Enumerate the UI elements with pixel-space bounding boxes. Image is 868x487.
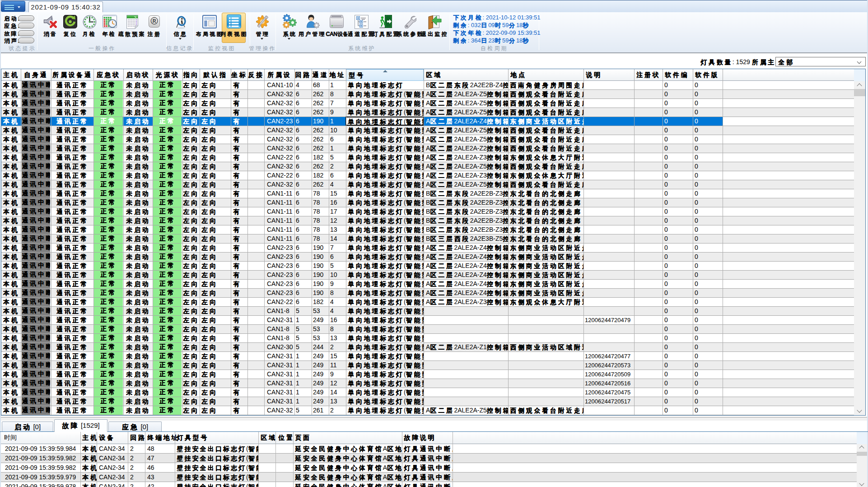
svg-text:®: ®: [150, 15, 158, 27]
